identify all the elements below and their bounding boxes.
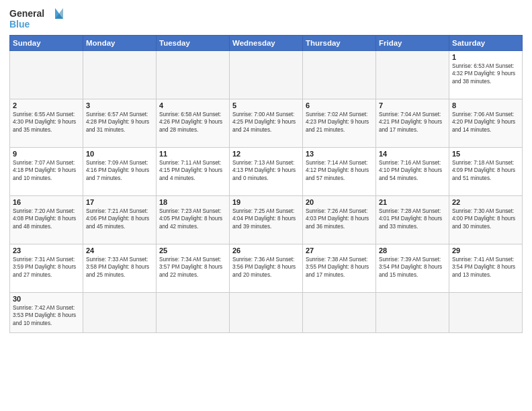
- calendar-week-row: 16Sunrise: 7:20 AM Sunset: 4:08 PM Dayli…: [10, 196, 523, 244]
- calendar-cell: 15Sunrise: 7:18 AM Sunset: 4:09 PM Dayli…: [449, 148, 523, 196]
- calendar-cell: [10, 51, 83, 99]
- day-info: Sunrise: 7:09 AM Sunset: 4:16 PM Dayligh…: [86, 159, 153, 182]
- calendar-week-row: 2Sunrise: 6:55 AM Sunset: 4:30 PM Daylig…: [10, 99, 523, 148]
- calendar-cell: [83, 293, 157, 333]
- day-info: Sunrise: 7:04 AM Sunset: 4:21 PM Dayligh…: [379, 111, 446, 134]
- day-number: 19: [232, 198, 300, 206]
- day-number: 25: [159, 246, 226, 255]
- day-number: 11: [159, 150, 226, 158]
- day-info: Sunrise: 7:42 AM Sunset: 3:53 PM Dayligh…: [13, 304, 80, 327]
- calendar-cell: 24Sunrise: 7:33 AM Sunset: 3:58 PM Dayli…: [83, 244, 157, 293]
- day-info: Sunrise: 6:57 AM Sunset: 4:28 PM Dayligh…: [86, 111, 153, 134]
- day-info: Sunrise: 7:21 AM Sunset: 4:06 PM Dayligh…: [86, 208, 153, 230]
- day-number: 1: [452, 53, 519, 61]
- day-info: Sunrise: 7:18 AM Sunset: 4:09 PM Dayligh…: [452, 159, 519, 182]
- day-number: 28: [379, 246, 446, 255]
- calendar-cell: 2Sunrise: 6:55 AM Sunset: 4:30 PM Daylig…: [10, 99, 83, 148]
- day-number: 3: [86, 101, 153, 109]
- day-number: 13: [306, 150, 373, 158]
- header: General Blue: [9, 7, 523, 31]
- day-number: 12: [232, 150, 300, 158]
- day-info: Sunrise: 7:38 AM Sunset: 3:55 PM Dayligh…: [306, 256, 373, 279]
- day-info: Sunrise: 7:39 AM Sunset: 3:54 PM Dayligh…: [379, 256, 446, 279]
- day-info: Sunrise: 7:41 AM Sunset: 3:54 PM Dayligh…: [452, 256, 519, 279]
- weekday-header-saturday: Saturday: [449, 36, 523, 51]
- calendar-week-row: 9Sunrise: 7:07 AM Sunset: 4:18 PM Daylig…: [10, 148, 523, 196]
- day-number: 10: [86, 150, 153, 158]
- svg-text:General: General: [9, 8, 44, 19]
- day-info: Sunrise: 7:14 AM Sunset: 4:12 PM Dayligh…: [306, 159, 373, 182]
- day-number: 16: [13, 198, 80, 206]
- day-info: Sunrise: 7:23 AM Sunset: 4:05 PM Dayligh…: [159, 208, 226, 230]
- calendar-cell: 19Sunrise: 7:25 AM Sunset: 4:04 PM Dayli…: [230, 196, 303, 244]
- day-info: Sunrise: 7:16 AM Sunset: 4:10 PM Dayligh…: [379, 159, 446, 182]
- calendar-cell: 10Sunrise: 7:09 AM Sunset: 4:16 PM Dayli…: [83, 148, 157, 196]
- calendar-cell: 20Sunrise: 7:26 AM Sunset: 4:03 PM Dayli…: [303, 196, 376, 244]
- day-number: 20: [306, 198, 373, 206]
- day-number: 4: [159, 101, 226, 109]
- svg-text:Blue: Blue: [9, 19, 30, 30]
- calendar-cell: 27Sunrise: 7:38 AM Sunset: 3:55 PM Dayli…: [303, 244, 376, 293]
- weekday-header-sunday: Sunday: [10, 36, 83, 51]
- calendar-cell: 7Sunrise: 7:04 AM Sunset: 4:21 PM Daylig…: [376, 99, 449, 148]
- day-number: 24: [86, 246, 153, 255]
- calendar-cell: 17Sunrise: 7:21 AM Sunset: 4:06 PM Dayli…: [83, 196, 157, 244]
- weekday-header-row: SundayMondayTuesdayWednesdayThursdayFrid…: [10, 36, 523, 51]
- day-number: 15: [452, 150, 519, 158]
- calendar-cell: 9Sunrise: 7:07 AM Sunset: 4:18 PM Daylig…: [10, 148, 83, 196]
- weekday-header-thursday: Thursday: [303, 36, 376, 51]
- calendar-cell: [157, 293, 230, 333]
- day-number: 27: [306, 246, 373, 255]
- day-info: Sunrise: 7:33 AM Sunset: 3:58 PM Dayligh…: [86, 256, 153, 279]
- calendar-cell: 28Sunrise: 7:39 AM Sunset: 3:54 PM Dayli…: [376, 244, 449, 293]
- calendar-cell: [230, 51, 303, 99]
- calendar-cell: 29Sunrise: 7:41 AM Sunset: 3:54 PM Dayli…: [449, 244, 523, 293]
- day-number: 17: [86, 198, 153, 206]
- day-number: 8: [452, 101, 519, 109]
- weekday-header-wednesday: Wednesday: [230, 36, 303, 51]
- day-number: 2: [13, 101, 80, 109]
- day-info: Sunrise: 7:06 AM Sunset: 4:20 PM Dayligh…: [452, 111, 519, 134]
- calendar-cell: 30Sunrise: 7:42 AM Sunset: 3:53 PM Dayli…: [10, 293, 83, 333]
- calendar-cell: 16Sunrise: 7:20 AM Sunset: 4:08 PM Dayli…: [10, 196, 83, 244]
- calendar-cell: 23Sunrise: 7:31 AM Sunset: 3:59 PM Dayli…: [10, 244, 83, 293]
- day-info: Sunrise: 6:58 AM Sunset: 4:26 PM Dayligh…: [159, 111, 226, 134]
- day-info: Sunrise: 7:13 AM Sunset: 4:13 PM Dayligh…: [232, 159, 300, 182]
- calendar-cell: 21Sunrise: 7:28 AM Sunset: 4:01 PM Dayli…: [376, 196, 449, 244]
- calendar-cell: [449, 293, 523, 333]
- calendar-cell: 25Sunrise: 7:34 AM Sunset: 3:57 PM Dayli…: [157, 244, 230, 293]
- day-info: Sunrise: 7:25 AM Sunset: 4:04 PM Dayligh…: [232, 208, 300, 230]
- day-info: Sunrise: 7:20 AM Sunset: 4:08 PM Dayligh…: [13, 208, 80, 230]
- day-number: 14: [379, 150, 446, 158]
- day-number: 6: [306, 101, 373, 109]
- day-number: 7: [379, 101, 446, 109]
- calendar-cell: [376, 51, 449, 99]
- calendar-cell: [376, 293, 449, 333]
- calendar-cell: [303, 293, 376, 333]
- calendar-cell: 22Sunrise: 7:30 AM Sunset: 4:00 PM Dayli…: [449, 196, 523, 244]
- calendar-cell: 12Sunrise: 7:13 AM Sunset: 4:13 PM Dayli…: [230, 148, 303, 196]
- weekday-header-friday: Friday: [376, 36, 449, 51]
- calendar-cell: 8Sunrise: 7:06 AM Sunset: 4:20 PM Daylig…: [449, 99, 523, 148]
- day-number: 30: [13, 295, 80, 303]
- day-number: 21: [379, 198, 446, 206]
- day-info: Sunrise: 6:55 AM Sunset: 4:30 PM Dayligh…: [13, 111, 80, 134]
- day-number: 23: [13, 246, 80, 255]
- calendar-cell: 3Sunrise: 6:57 AM Sunset: 4:28 PM Daylig…: [83, 99, 157, 148]
- calendar-cell: 11Sunrise: 7:11 AM Sunset: 4:15 PM Dayli…: [157, 148, 230, 196]
- day-number: 22: [452, 198, 519, 206]
- calendar-table: SundayMondayTuesdayWednesdayThursdayFrid…: [9, 35, 523, 333]
- day-number: 26: [232, 246, 300, 255]
- calendar-cell: [303, 51, 376, 99]
- day-info: Sunrise: 7:26 AM Sunset: 4:03 PM Dayligh…: [306, 208, 373, 230]
- calendar-cell: [157, 51, 230, 99]
- calendar-cell: 14Sunrise: 7:16 AM Sunset: 4:10 PM Dayli…: [376, 148, 449, 196]
- calendar-week-row: 30Sunrise: 7:42 AM Sunset: 3:53 PM Dayli…: [10, 293, 523, 333]
- weekday-header-monday: Monday: [83, 36, 157, 51]
- day-info: Sunrise: 7:28 AM Sunset: 4:01 PM Dayligh…: [379, 208, 446, 230]
- day-number: 29: [452, 246, 519, 255]
- day-number: 18: [159, 198, 226, 206]
- day-number: 5: [232, 101, 300, 109]
- day-info: Sunrise: 7:31 AM Sunset: 3:59 PM Dayligh…: [13, 256, 80, 279]
- day-info: Sunrise: 6:53 AM Sunset: 4:32 PM Dayligh…: [452, 62, 519, 85]
